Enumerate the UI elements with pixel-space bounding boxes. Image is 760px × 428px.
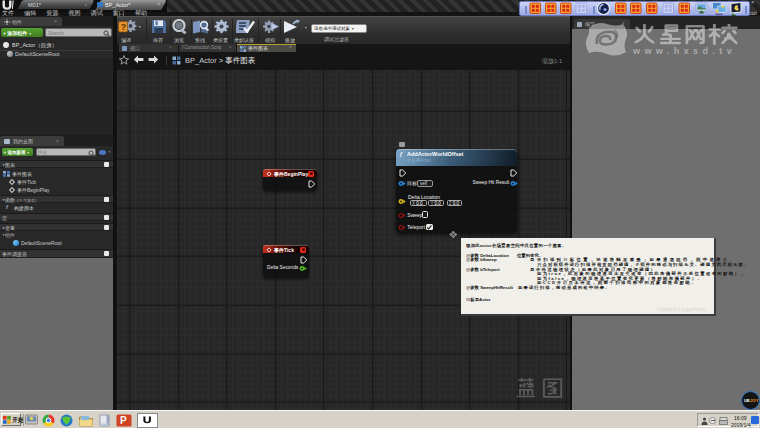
svg-text:?: ? [120,21,126,32]
svg-text:P: P [120,415,127,426]
